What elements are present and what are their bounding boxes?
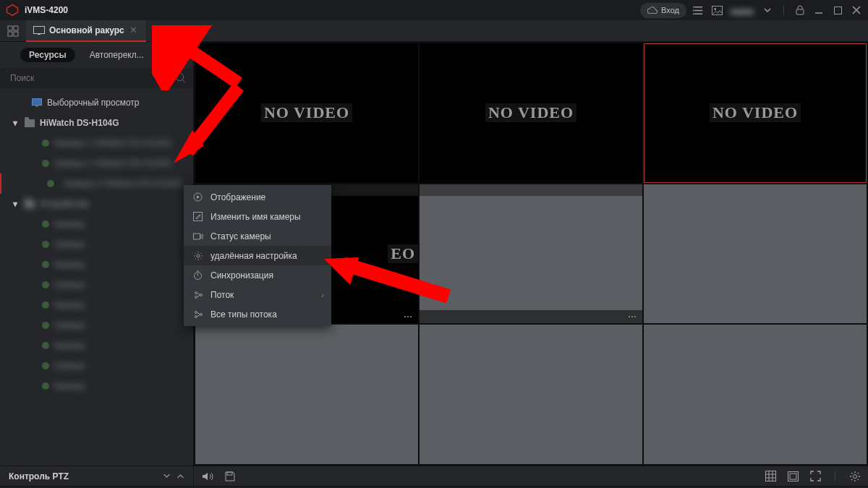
ctx-all-streams[interactable]: Все типы потока: [184, 304, 331, 324]
svg-point-5: [714, 8, 716, 10]
tree-camera-item[interactable]: Камера 1 HiWatch DS-H104G: [0, 133, 193, 153]
search-icon[interactable]: [175, 72, 186, 83]
camera-status-icon: [42, 221, 49, 228]
tree-label: Устройство: [40, 199, 89, 209]
camera-status-icon: [42, 382, 49, 390]
tree-label: Выборочный просмотр: [47, 98, 139, 108]
tree-camera-item[interactable]: Камера: [0, 234, 193, 254]
chevron-down-icon[interactable]: ▾: [12, 199, 19, 209]
monitor-icon: [32, 98, 42, 107]
video-tile[interactable]: NO VIDEO: [420, 43, 642, 183]
svg-rect-8: [8, 26, 12, 30]
tab-main-view[interactable]: Основной ракурс ✕: [26, 20, 146, 42]
svg-point-19: [853, 474, 856, 478]
svg-point-33: [200, 313, 202, 315]
title-bar: iVMS-4200 Вход ▬▬: [0, 0, 868, 20]
tree-camera-item[interactable]: Камера: [0, 315, 193, 335]
ctx-label: Все типы потока: [210, 309, 277, 320]
tab-close-icon[interactable]: ✕: [129, 25, 139, 35]
chevron-down-icon[interactable]: [163, 474, 171, 479]
pill-resources[interactable]: Ресурсы: [20, 48, 75, 62]
maximize-icon[interactable]: [832, 4, 843, 16]
tree-device-hiwatch[interactable]: ▾ HiWatch DS-H104G: [0, 113, 193, 133]
video-tile-empty[interactable]: [644, 184, 867, 324]
gear-icon[interactable]: [848, 470, 861, 482]
svg-rect-14: [33, 99, 42, 106]
svg-rect-6: [796, 9, 804, 14]
device-tree: Выборочный просмотр ▾ HiWatch DS-H104G К…: [0, 91, 193, 466]
video-tile-empty[interactable]: [644, 325, 867, 464]
camera-status-icon: [42, 261, 49, 268]
tree-device-second[interactable]: ▾ Устройство: [0, 194, 193, 214]
camera-status-icon: [42, 140, 49, 147]
save-icon[interactable]: [224, 470, 236, 482]
tree-camera-item[interactable]: Камера: [0, 335, 193, 356]
volume-icon[interactable]: [201, 470, 213, 482]
ctx-rename[interactable]: Изменить имя камеры: [184, 207, 331, 226]
video-tile[interactable]: NO VIDEO: [195, 43, 418, 183]
chevron-right-icon: ›: [321, 291, 324, 299]
tree-camera-item[interactable]: Камера: [0, 356, 193, 376]
tree-camera-item[interactable]: Камера 2 HiWatch DS-H104G: [0, 153, 193, 174]
svg-point-31: [195, 311, 197, 313]
divider: [835, 471, 835, 481]
tree-label: Камера: [54, 219, 85, 229]
tree-camera-item[interactable]: Камера: [0, 275, 193, 295]
grid-controls: [194, 470, 868, 482]
close-icon[interactable]: [851, 4, 862, 16]
ctx-display[interactable]: Отображение: [184, 187, 331, 207]
camera-status-icon: [42, 301, 49, 309]
tree-label: HiWatch DS-H104G: [40, 118, 119, 128]
folder-icon: [25, 200, 35, 208]
video-tile-empty[interactable]: ⋯: [420, 184, 642, 324]
svg-rect-16: [766, 471, 776, 481]
login-label: Вход: [661, 6, 679, 14]
fullscreen-icon[interactable]: [809, 470, 822, 482]
app-title: iVMS-4200: [25, 5, 68, 15]
tree-label: Камера: [54, 361, 85, 371]
tree-camera-item[interactable]: Камера 3 HiWatch DS-H104G: [0, 174, 193, 194]
svg-rect-10: [8, 32, 12, 36]
tree-selective-view[interactable]: Выборочный просмотр: [0, 93, 193, 113]
lock-icon[interactable]: [794, 4, 806, 16]
chevron-down-icon[interactable]: ▾: [12, 118, 19, 128]
svg-rect-9: [14, 26, 18, 30]
ctx-stream[interactable]: Поток ›: [184, 285, 331, 304]
svg-marker-0: [7, 5, 18, 16]
tab-bar: Основной ракурс ✕: [0, 20, 868, 42]
svg-point-28: [195, 291, 197, 294]
tree-camera-item[interactable]: Камера: [0, 376, 193, 396]
window-icon[interactable]: [787, 470, 799, 482]
camera-status-icon: [42, 241, 49, 248]
layout-grid-icon[interactable]: [765, 470, 777, 482]
chevron-up-icon[interactable]: [176, 474, 184, 479]
pill-autoswitch[interactable]: Автоперекл...: [81, 48, 153, 62]
ctx-sync[interactable]: Синхронизация: [184, 265, 331, 285]
user-icon[interactable]: ▬▬: [730, 4, 754, 16]
tile-toolbar[interactable]: ⋯: [420, 310, 642, 323]
tree-label: Камера: [54, 381, 85, 391]
svg-point-1: [693, 6, 694, 7]
cloud-login-button[interactable]: Вход: [640, 3, 686, 18]
apps-grid-icon[interactable]: [0, 20, 26, 42]
tree-camera-item[interactable]: Камера: [0, 295, 193, 315]
svg-rect-11: [14, 32, 18, 36]
list-icon[interactable]: [692, 4, 704, 16]
chevron-down-icon[interactable]: [762, 4, 773, 16]
svg-point-30: [200, 294, 202, 296]
ctx-label: удалённая настройка: [210, 251, 297, 261]
picture-icon[interactable]: [711, 4, 723, 16]
tree-camera-item[interactable]: Камера: [0, 214, 193, 234]
ctx-remote-settings[interactable]: удалённая настройка: [184, 246, 331, 265]
tree-camera-item[interactable]: Камера: [0, 254, 193, 275]
video-tile-selected[interactable]: NO VIDEO: [644, 43, 867, 183]
camera-status-icon: [42, 342, 49, 349]
ptz-panel-header[interactable]: Контроль PTZ: [0, 466, 194, 487]
tree-label: Камера: [54, 341, 85, 351]
ctx-status[interactable]: Статус камеры: [184, 226, 331, 246]
video-tile-empty[interactable]: [195, 325, 418, 464]
minimize-icon[interactable]: [813, 4, 825, 16]
tree-label: Камера: [54, 320, 85, 330]
video-tile-empty[interactable]: [420, 325, 642, 464]
search-input[interactable]: [0, 68, 193, 88]
